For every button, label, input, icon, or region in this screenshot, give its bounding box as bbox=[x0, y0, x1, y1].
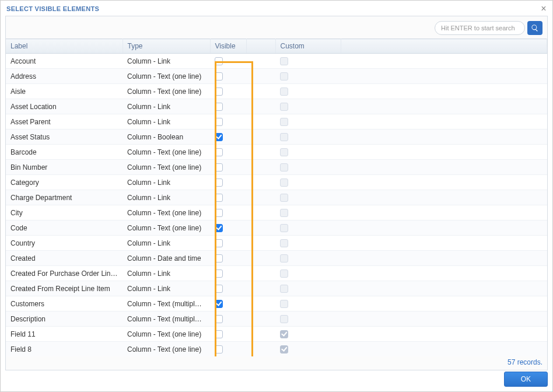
search-button[interactable] bbox=[527, 21, 542, 35]
cell-custom bbox=[275, 130, 341, 145]
table-row[interactable]: CategoryColumn - Link bbox=[6, 175, 547, 190]
visible-checkbox[interactable] bbox=[215, 88, 223, 96]
custom-checkbox bbox=[280, 133, 288, 141]
cell-custom bbox=[275, 145, 341, 160]
visible-checkbox[interactable] bbox=[215, 57, 223, 65]
custom-checkbox bbox=[280, 148, 288, 156]
table-row[interactable]: Created From Receipt Line ItemColumn - L… bbox=[6, 281, 547, 296]
table-row[interactable]: CityColumn - Text (one line) bbox=[6, 205, 547, 220]
visible-checkbox[interactable] bbox=[215, 194, 223, 202]
cell-visible bbox=[210, 281, 246, 296]
visible-checkbox[interactable] bbox=[215, 163, 223, 172]
search-icon bbox=[531, 24, 539, 32]
cell-type: Column - Link bbox=[123, 114, 210, 130]
table-row[interactable]: Asset LocationColumn - Link bbox=[6, 99, 547, 114]
cell-type: Column - Text (one line) bbox=[123, 69, 210, 84]
visible-checkbox[interactable] bbox=[215, 285, 223, 293]
col-header-type[interactable]: Type bbox=[123, 39, 210, 54]
cell-blank bbox=[246, 296, 275, 312]
cell-blank bbox=[246, 114, 275, 130]
visible-checkbox[interactable] bbox=[215, 209, 223, 217]
table-row[interactable]: CreatedColumn - Date and time bbox=[6, 251, 547, 266]
cell-type: Column - Text (one line) bbox=[123, 205, 210, 220]
cell-visible bbox=[210, 175, 246, 190]
custom-checkbox bbox=[280, 345, 288, 354]
cell-type: Column - Text (one line) bbox=[123, 220, 210, 236]
search-input[interactable] bbox=[435, 21, 525, 35]
cell-custom bbox=[275, 54, 341, 69]
table-row[interactable]: CustomersColumn - Text (multiple lin... bbox=[6, 296, 547, 312]
cell-label: Created From Receipt Line Item bbox=[6, 281, 123, 296]
close-icon[interactable]: × bbox=[541, 4, 547, 13]
table-row[interactable]: Field 8Column - Text (one line) bbox=[6, 342, 547, 357]
visible-checkbox[interactable] bbox=[215, 239, 223, 247]
cell-custom bbox=[275, 312, 341, 327]
cell-custom bbox=[275, 342, 341, 357]
visible-checkbox[interactable] bbox=[215, 148, 223, 156]
cell-label: Description bbox=[6, 312, 123, 327]
cell-type: Column - Link bbox=[123, 54, 210, 69]
col-header-visible[interactable]: Visible bbox=[210, 39, 246, 54]
table-row[interactable]: Bin NumberColumn - Text (one line) bbox=[6, 160, 547, 175]
custom-checkbox bbox=[280, 315, 288, 323]
cell-rest bbox=[341, 296, 547, 312]
visible-checkbox[interactable] bbox=[215, 300, 223, 308]
table-row[interactable]: Created For Purchase Order Line ItemColu… bbox=[6, 266, 547, 281]
table-row[interactable]: DescriptionColumn - Text (multiple lin..… bbox=[6, 312, 547, 327]
visible-checkbox[interactable] bbox=[215, 345, 223, 354]
table-header-row: Label Type Visible Custom bbox=[6, 39, 547, 54]
custom-checkbox bbox=[280, 88, 288, 96]
table-row[interactable]: CodeColumn - Text (one line) bbox=[6, 220, 547, 236]
table-row[interactable]: Asset StatusColumn - Boolean bbox=[6, 130, 547, 145]
cell-custom bbox=[275, 175, 341, 190]
visible-checkbox[interactable] bbox=[215, 270, 223, 278]
table-row[interactable]: AccountColumn - Link bbox=[6, 54, 547, 69]
table-row[interactable]: AisleColumn - Text (one line) bbox=[6, 84, 547, 99]
dialog-header: SELECT VISIBLE ELEMENTS × bbox=[1, 1, 552, 16]
visible-checkbox[interactable] bbox=[215, 224, 223, 232]
cell-label: Code bbox=[6, 220, 123, 236]
cell-visible bbox=[210, 236, 246, 251]
visible-checkbox[interactable] bbox=[215, 72, 223, 80]
dialog-title: SELECT VISIBLE ELEMENTS bbox=[6, 5, 99, 12]
visible-checkbox[interactable] bbox=[215, 178, 223, 187]
cell-rest bbox=[341, 236, 547, 251]
cell-blank bbox=[246, 236, 275, 251]
cell-visible bbox=[210, 312, 246, 327]
cell-type: Column - Date and time bbox=[123, 251, 210, 266]
cell-type: Column - Text (one line) bbox=[123, 342, 210, 357]
cell-type: Column - Link bbox=[123, 236, 210, 251]
cell-type: Column - Link bbox=[123, 281, 210, 296]
cell-rest bbox=[341, 205, 547, 220]
table-row[interactable]: CountryColumn - Link bbox=[6, 236, 547, 251]
visible-checkbox[interactable] bbox=[215, 118, 223, 126]
cell-visible bbox=[210, 160, 246, 175]
visible-checkbox[interactable] bbox=[215, 315, 223, 323]
cell-blank bbox=[246, 69, 275, 84]
cell-blank bbox=[246, 84, 275, 99]
table-row[interactable]: AddressColumn - Text (one line) bbox=[6, 69, 547, 84]
cell-label: Address bbox=[6, 69, 123, 84]
table-row[interactable]: Asset ParentColumn - Link bbox=[6, 114, 547, 130]
ok-button[interactable]: OK bbox=[504, 372, 548, 387]
col-header-custom[interactable]: Custom bbox=[275, 39, 341, 54]
table-row[interactable]: Field 11Column - Text (one line) bbox=[6, 327, 547, 342]
cell-visible bbox=[210, 84, 246, 99]
cell-type: Column - Boolean bbox=[123, 130, 210, 145]
cell-visible bbox=[210, 54, 246, 69]
visible-checkbox[interactable] bbox=[215, 133, 223, 141]
col-header-label[interactable]: Label bbox=[6, 39, 123, 54]
search-row bbox=[6, 16, 547, 38]
cell-type: Column - Link bbox=[123, 99, 210, 114]
visible-checkbox[interactable] bbox=[215, 330, 223, 338]
table-row[interactable]: Charge DepartmentColumn - Link bbox=[6, 190, 547, 205]
custom-checkbox bbox=[280, 57, 288, 65]
cell-type: Column - Text (one line) bbox=[123, 145, 210, 160]
visible-checkbox[interactable] bbox=[215, 254, 223, 262]
visible-checkbox[interactable] bbox=[215, 103, 223, 111]
cell-visible bbox=[210, 99, 246, 114]
table-row[interactable]: BarcodeColumn - Text (one line) bbox=[6, 145, 547, 160]
cell-label: Field 11 bbox=[6, 327, 123, 342]
cell-label: Category bbox=[6, 175, 123, 190]
custom-checkbox bbox=[280, 178, 288, 187]
